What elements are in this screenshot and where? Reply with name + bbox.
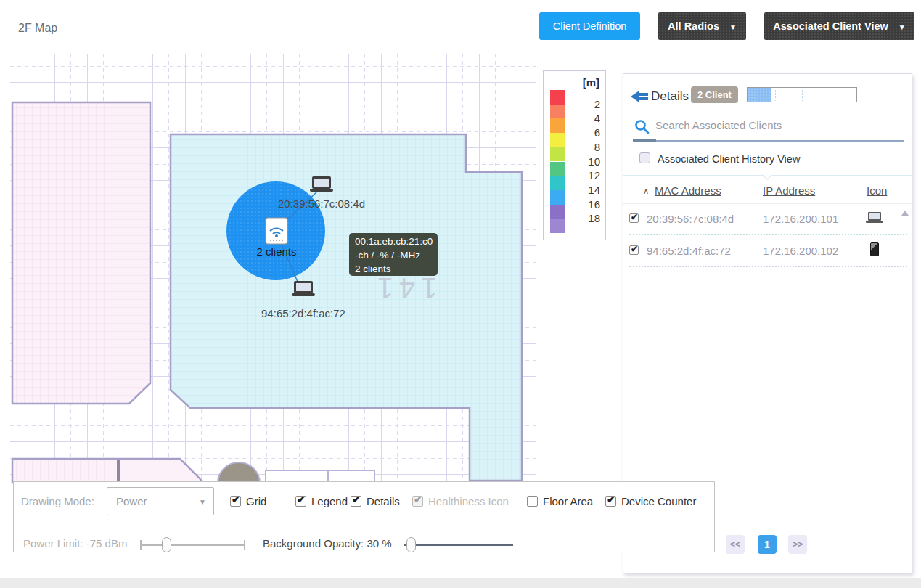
details-checkbox[interactable] [351,496,361,507]
progress-separator [802,89,803,101]
floor-area-checkbox[interactable] [527,496,538,507]
laptop-icon[interactable] [310,176,333,192]
pagination-page-button[interactable]: 1 [758,535,777,554]
legend-swatch [550,118,565,133]
tooltip-mac: 00:1a:eb:cb:21:c0 [355,234,432,248]
all-radios-dropdown[interactable]: All Radios ▼ [658,12,746,40]
pagination-first-button[interactable]: << [726,535,745,554]
tooltip-radio-info: -ch / -% / -MHz [355,248,432,262]
legend-tick-label: 12 [578,169,600,181]
row-ip: 172.16.200.101 [763,213,838,225]
checkbox-healthiness-icon: Healthiness Icon [412,495,509,507]
legend-swatch [550,205,565,219]
floor-dome-shape [218,462,260,483]
tooltip-client-count: 2 clients [355,262,432,276]
room-number-label: 141 [372,272,438,304]
legend-swatch [550,162,565,176]
search-underline [633,140,904,142]
details-checkbox-label: Details [367,495,400,507]
legend-tick-label: 16 [578,198,600,211]
row-divider [629,266,907,267]
checkbox-details[interactable]: Details [351,495,400,507]
power-limit-slider-handle[interactable] [162,537,171,552]
smartphone-icon [870,242,879,256]
legend-tick-label: 6 [578,126,600,139]
legend-swatch [550,133,565,147]
history-view-checkbox[interactable] [639,152,650,163]
legend-tick-label: 18 [578,212,600,224]
background-opacity-slider[interactable] [404,544,513,546]
toolbar-row-options: Drawing Mode: Power ▼ Grid Legend Detail… [14,482,714,520]
column-header-ip[interactable]: IP Address [763,184,815,197]
row-mac: 20:39:56:7c:08:4d [647,213,734,225]
drawing-mode-label: Drawing Mode: [21,495,94,507]
ap-client-count-label: 2 clients [256,245,296,258]
client-progress-bar [747,87,857,102]
legend-tick-label: 8 [578,141,600,153]
page-title: 2F Map [18,22,57,35]
checkbox-device-counter[interactable]: Device Counter [605,495,696,507]
client-count-badge: 2 Client [691,86,738,103]
scrollbar-up-arrow[interactable] [901,211,909,216]
legend-swatch [550,147,565,162]
legend-swatch [550,219,565,233]
laptop-icon[interactable] [292,281,315,296]
legend-panel: [m] 24681012141618 [543,70,606,240]
power-limit-label: Power Limit: -75 dBm [23,537,127,550]
app-window: 2F Map Client Definition All Radios ▼ As… [0,0,921,588]
legend-unit-label: [m] [583,76,599,89]
floor-room-pink-left [12,102,150,404]
access-point-icon[interactable] [266,218,287,244]
table-header-divider [623,203,912,204]
row-mac: 94:65:2d:4f:ac:72 [647,245,731,257]
background-opacity-slider-handle[interactable] [406,537,416,552]
laptop-icon [866,212,883,224]
drawing-mode-select[interactable]: Power ▼ [107,487,214,515]
healthiness-checkbox [412,496,423,507]
legend-swatch [550,176,565,190]
map-options-toolbar: Drawing Mode: Power ▼ Grid Legend Detail… [13,481,715,552]
progress-separator [830,89,830,101]
checkbox-legend[interactable]: Legend [295,495,348,507]
chevron-down-icon: ▼ [199,498,206,506]
drawing-mode-value: Power [116,495,147,507]
row-checkbox[interactable] [629,213,639,223]
legend-tick-label: 4 [578,112,600,124]
associated-client-view-label: Associated Client View [773,20,888,32]
row-divider [629,234,907,235]
grid-checkbox-label: Grid [246,495,266,507]
history-view-label: Associated Client History View [658,153,800,165]
legend-tick-label: 2 [578,98,600,110]
associated-client-view-dropdown[interactable]: Associated Client View ▼ [764,12,914,40]
checkbox-floor-area[interactable]: Floor Area [527,495,593,507]
client-mac-label: 20:39:56:7c:08:4d [278,197,365,210]
row-checkbox[interactable] [629,245,639,255]
row-ip: 172.16.200.102 [763,245,838,257]
column-header-icon[interactable]: Icon [867,184,887,197]
device-counter-checkbox[interactable] [605,496,616,507]
floor-room-cyan-main [171,134,522,481]
back-arrow-icon[interactable] [631,90,650,103]
legend-checkbox-label: Legend [311,495,348,507]
floor-map[interactable]: 141 20:39:56:7c:08:4d 94:65:2d:4f:ac:72 … [0,44,537,494]
device-counter-checkbox-label: Device Counter [621,495,696,507]
sort-ascending-icon[interactable]: ∧ [643,187,649,196]
progress-fill [748,88,771,102]
search-icon [634,119,650,134]
search-underline-accent [633,139,656,142]
chevron-down-icon: ▼ [899,23,906,31]
horizontal-scrollbar-track[interactable] [0,578,921,588]
all-radios-label: All Radios [668,20,719,32]
legend-tick-label: 10 [578,155,600,168]
pagination-last-button[interactable]: >> [788,535,807,554]
search-input[interactable] [655,119,895,131]
grid-checkbox[interactable] [230,496,241,507]
legend-swatch [550,190,565,205]
ap-tooltip: 00:1a:eb:cb:21:c0 -ch / -% / -MHz 2 clie… [349,233,438,276]
column-header-mac[interactable]: MAC Address [655,184,721,197]
legend-swatch [550,105,565,119]
checkbox-grid[interactable]: Grid [230,495,266,507]
power-limit-slider[interactable] [141,544,245,546]
client-definition-button[interactable]: Client Definition [539,12,640,40]
legend-checkbox[interactable] [295,496,306,507]
